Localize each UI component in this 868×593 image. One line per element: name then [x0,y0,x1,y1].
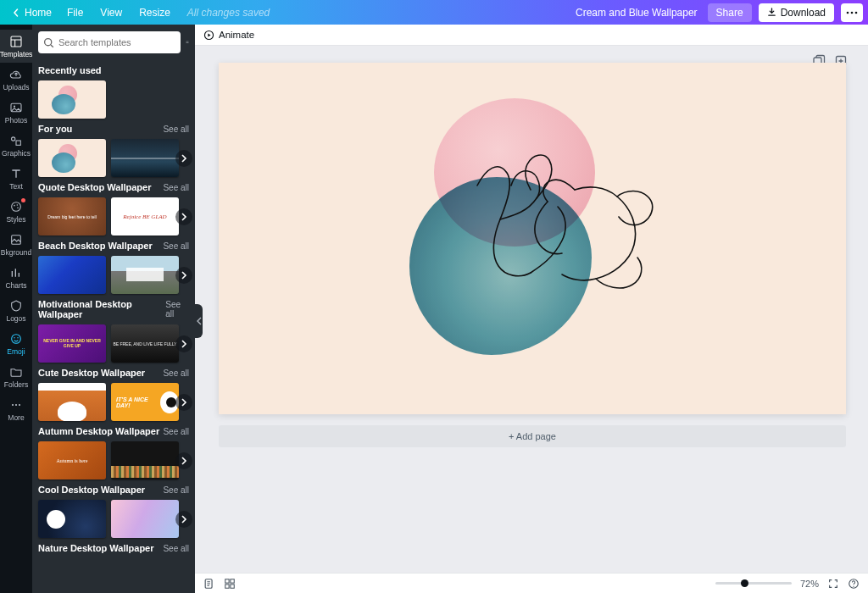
template-thumb[interactable] [111,139,179,177]
rail-logos[interactable]: Logos [0,294,32,327]
svg-point-15 [17,336,18,337]
thumb-caption: Rejoice BE GLAD [123,213,166,220]
zoom-slider-knob[interactable] [741,579,748,587]
rail-photos[interactable]: Photos [0,96,32,129]
uploads-icon [9,68,23,81]
row-next-button[interactable] [175,208,192,225]
folders-icon [9,365,23,379]
template-thumb[interactable]: IT'S A NICE DAY! [111,383,179,421]
template-thumb[interactable] [111,256,179,294]
template-thumb[interactable] [111,500,179,538]
menu-view[interactable]: View [92,7,131,19]
menu-resize[interactable]: Resize [131,7,179,19]
see-all-link[interactable]: See all [163,485,189,495]
chevron-right-icon [181,340,187,348]
download-button[interactable]: Download [759,3,834,22]
template-thumb[interactable] [38,80,106,119]
more-menu-button[interactable] [841,3,863,22]
section-cool-title: Cool Desktop Wallpaper [38,485,145,495]
chevron-right-icon [181,271,187,280]
template-thumb[interactable]: Autumn is here [38,441,106,479]
menu-file[interactable]: File [58,7,92,19]
svg-point-0 [847,11,849,14]
rail-uploads[interactable]: Uploads [0,63,32,96]
add-page-button[interactable]: + Add page [219,425,846,447]
template-thumb[interactable] [38,256,106,294]
row-next-button[interactable] [175,335,192,352]
svg-rect-27 [231,584,234,587]
rail-folders[interactable]: Folders [0,360,32,393]
svg-point-5 [14,105,15,107]
row-next-button[interactable] [175,150,192,167]
section-cute-title: Cute Desktop Wallpaper [38,368,145,378]
see-all-link[interactable]: See all [163,241,189,251]
row-next-button[interactable] [175,511,192,528]
rail-graphics-label: Graphics [2,149,31,158]
design-canvas[interactable] [219,63,846,414]
rail-styles[interactable]: Styles [0,195,32,228]
template-thumb[interactable] [38,500,106,538]
svg-point-17 [15,403,17,405]
thumb-caption: BE FREE, AND LIVE LIFE FULLY [113,341,176,346]
rail-templates[interactable]: Templates [0,30,32,63]
section-quote-title: Quote Desktop Wallpaper [38,182,151,192]
rail-emoji[interactable]: Emoji [0,327,32,360]
rail-graphics[interactable]: Graphics [0,129,32,162]
template-thumb[interactable] [38,139,106,177]
row-next-button[interactable] [175,452,192,469]
rail-text-label: Text [9,182,23,191]
template-thumb[interactable]: Rejoice BE GLAD [111,197,179,236]
chevron-right-icon [181,398,187,407]
canvas-stage[interactable]: + Add page [195,46,868,573]
animate-button[interactable]: Animate [203,30,254,41]
template-thumb[interactable] [111,441,179,479]
hand-line-art[interactable] [448,139,668,342]
rail-charts[interactable]: Charts [0,261,32,294]
svg-point-10 [17,204,19,206]
editor-area: Animate [195,25,868,593]
templates-icon [9,35,23,48]
rail-uploads-label: Uploads [3,83,29,91]
see-all-link[interactable]: See all [165,300,189,319]
chevron-left-icon [12,8,20,17]
search-input-wrap[interactable] [38,31,181,53]
svg-rect-12 [12,235,21,244]
rail-more[interactable]: More [0,393,32,426]
home-label: Home [25,7,52,19]
search-icon [43,37,54,48]
see-all-link[interactable]: See all [163,427,189,436]
filter-icon[interactable] [186,36,189,49]
document-name[interactable]: Cream and Blue Wallpaper [565,7,708,19]
fullscreen-icon[interactable] [827,578,839,590]
home-button[interactable]: Home [5,7,58,19]
section-foryou-title: For you [38,124,72,134]
svg-rect-24 [225,579,229,582]
see-all-link[interactable]: See all [163,125,189,134]
template-thumb[interactable] [38,383,106,421]
see-all-link[interactable]: See all [163,544,189,553]
row-next-button[interactable] [175,267,192,284]
zoom-slider[interactable] [715,582,792,585]
section-motiv-title: Motivational Desktop Wallpaper [38,299,165,319]
svg-point-13 [12,334,21,343]
rail-text[interactable]: Text [0,162,32,195]
template-thumb[interactable]: NEVER GIVE IN AND NEVER GIVE UP [38,324,106,363]
template-thumb[interactable]: BE FREE, AND LIVE LIFE FULLY [111,324,179,363]
templates-scroll[interactable]: Recently used For you See all Quote Desk… [32,60,195,593]
search-input[interactable] [58,37,175,47]
svg-point-8 [12,202,21,211]
rail-bkground[interactable]: Bkground [0,228,32,261]
rail-more-label: More [8,413,24,422]
template-thumb[interactable]: Dream big feet here to tell [38,197,106,236]
ellipsis-icon [846,11,858,14]
help-icon[interactable] [848,578,860,590]
grid-view-icon[interactable] [224,578,236,590]
row-next-button[interactable] [175,394,192,411]
svg-rect-25 [231,579,234,582]
see-all-link[interactable]: See all [163,369,189,378]
see-all-link[interactable]: See all [163,183,189,192]
notes-icon[interactable] [203,578,215,590]
top-bar: Home File View Resize All changes saved … [0,0,868,25]
zoom-value[interactable]: 72% [800,579,819,589]
share-button[interactable]: Share [708,3,752,22]
